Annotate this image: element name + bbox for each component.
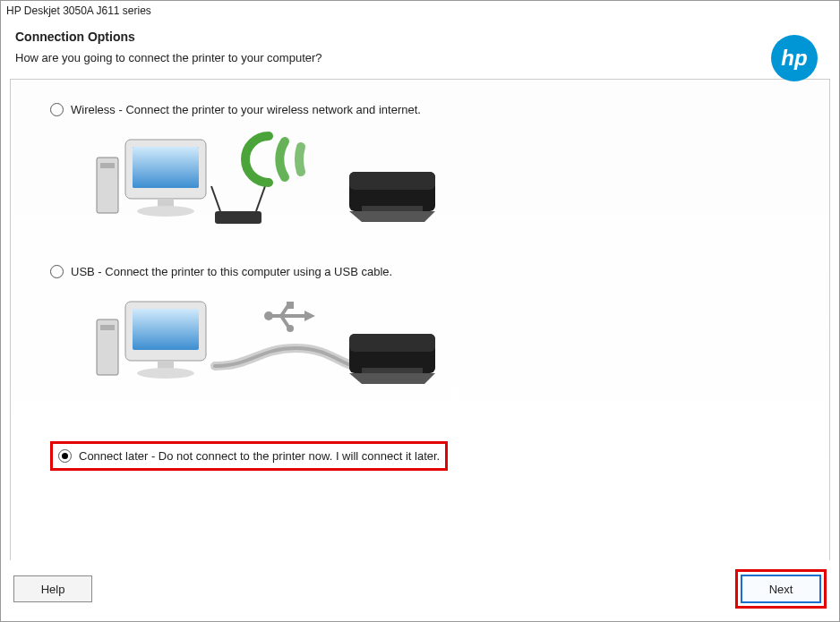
svg-marker-24 <box>304 311 315 321</box>
svg-line-10 <box>211 186 220 211</box>
svg-rect-13 <box>349 172 435 190</box>
next-button-highlight: Next <box>735 569 827 609</box>
content-panel: Wireless - Connect the printer to your w… <box>10 79 830 560</box>
option-usb[interactable]: USB - Connect the printer to this comput… <box>50 265 790 278</box>
option-wireless-label: Wireless - Connect the printer to your w… <box>71 103 421 116</box>
header: Connection Options How are you going to … <box>1 19 839 79</box>
svg-rect-17 <box>100 325 115 330</box>
option-usb-label: USB - Connect the printer to this comput… <box>71 265 392 278</box>
svg-marker-15 <box>349 211 435 222</box>
hp-logo-icon: hp <box>769 33 819 86</box>
radio-later-icon[interactable] <box>58 449 72 463</box>
option-later-label[interactable]: Connect later - Do not connect to the pr… <box>79 449 440 463</box>
svg-marker-32 <box>349 373 435 384</box>
footer: Help Next <box>1 560 839 621</box>
svg-text:hp: hp <box>781 46 807 70</box>
svg-point-28 <box>287 325 294 332</box>
installer-window: HP Deskjet 3050A J611 series Connection … <box>0 0 840 622</box>
option-later-highlight: Connect later - Do not connect to the pr… <box>50 441 448 471</box>
svg-rect-26 <box>287 302 294 309</box>
svg-rect-6 <box>133 147 199 188</box>
page-title: Connection Options <box>15 30 825 44</box>
svg-rect-3 <box>100 163 115 168</box>
wireless-illustration <box>81 124 790 240</box>
window-title: HP Deskjet 3050A J611 series <box>1 1 839 19</box>
radio-usb-icon[interactable] <box>50 265 64 278</box>
next-button[interactable]: Next <box>741 575 821 603</box>
help-button[interactable]: Help <box>13 575 92 602</box>
page-subtitle: How are you going to connect the printer… <box>15 51 825 64</box>
svg-rect-9 <box>215 211 261 224</box>
svg-point-8 <box>137 206 194 217</box>
svg-rect-14 <box>362 206 423 211</box>
svg-rect-31 <box>362 368 423 373</box>
svg-rect-30 <box>349 334 435 352</box>
svg-rect-19 <box>133 309 199 350</box>
svg-line-11 <box>256 186 265 211</box>
radio-wireless-icon[interactable] <box>50 103 64 116</box>
svg-point-21 <box>137 368 194 379</box>
usb-illustration <box>81 285 790 402</box>
option-wireless[interactable]: Wireless - Connect the printer to your w… <box>50 103 790 116</box>
